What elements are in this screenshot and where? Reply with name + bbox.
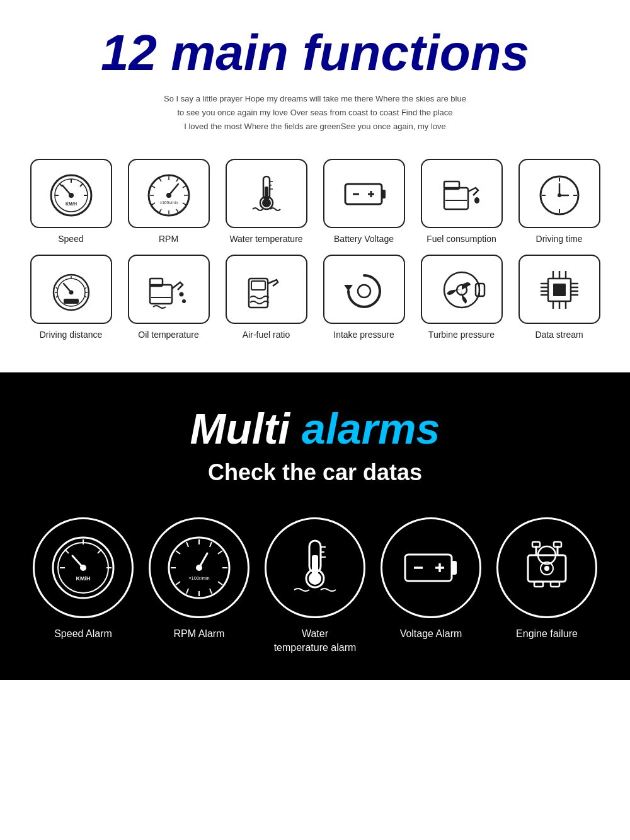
icon-item-driving-time: Driving time xyxy=(513,159,605,245)
icon-item-water-temp: Water temperature xyxy=(220,159,312,245)
svg-rect-125 xyxy=(452,561,457,575)
alarm-circle-water xyxy=(265,517,365,618)
svg-point-61 xyxy=(69,290,73,294)
svg-rect-62 xyxy=(150,285,172,304)
svg-rect-76 xyxy=(553,284,566,296)
speed-alarm-label: Speed Alarm xyxy=(54,627,112,641)
intake-icon xyxy=(339,266,389,313)
svg-line-12 xyxy=(176,178,178,181)
icon-box-rpm: ×100r/min xyxy=(128,159,210,228)
alarm-item-rpm: ×100r/min RPM Alarm xyxy=(149,517,249,641)
svg-line-112 xyxy=(176,551,180,554)
svg-point-49 xyxy=(558,193,561,197)
svg-line-96 xyxy=(65,549,69,553)
svg-line-110 xyxy=(176,582,180,585)
svg-rect-59 xyxy=(64,299,79,304)
icon-item-speed: KM/H Speed xyxy=(25,159,117,245)
bottom-section: Multi alarms Check the car datas xyxy=(0,372,630,681)
svg-line-109 xyxy=(186,589,188,594)
svg-line-18 xyxy=(159,209,161,212)
icon-item-data-stream: Data stream xyxy=(513,255,605,340)
rpm-label: RPM xyxy=(159,233,178,245)
water-alarm-label: Watertemperature alarm xyxy=(274,627,357,655)
svg-line-113 xyxy=(186,542,188,547)
svg-point-138 xyxy=(544,566,549,571)
icon-box-turbine xyxy=(421,255,503,324)
svg-line-21 xyxy=(152,186,155,188)
icon-item-turbine: Turbine pressure xyxy=(416,255,507,340)
air-fuel-label: Air-fuel ratio xyxy=(243,329,290,340)
icon-box-intake xyxy=(323,255,405,324)
svg-marker-69 xyxy=(344,285,353,291)
icon-box-oil-temp xyxy=(128,255,210,324)
water-temp-icon xyxy=(241,170,292,217)
turbine-label: Turbine pressure xyxy=(428,329,495,340)
alarm-item-voltage: Voltage Alarm xyxy=(381,517,481,641)
turbine-icon xyxy=(437,266,487,313)
svg-rect-34 xyxy=(382,190,386,198)
speed-label: Speed xyxy=(58,233,83,245)
fuel-icon xyxy=(437,170,487,217)
rpm-alarm-label: RPM Alarm xyxy=(174,627,225,641)
alarm-circle-engine xyxy=(496,517,597,618)
icon-item-fuel: Fuel consumption xyxy=(416,159,507,245)
fuel-label: Fuel consumption xyxy=(427,233,496,245)
alarm-circle-speed: KM/H xyxy=(33,517,134,618)
svg-rect-68 xyxy=(251,281,265,290)
svg-rect-38 xyxy=(444,188,468,209)
alarm-item-speed: KM/H Speed Alarm xyxy=(33,517,134,641)
alarm-circle-rpm: ×100r/min xyxy=(149,517,249,618)
rpm-icon: ×100r/min xyxy=(144,170,194,217)
svg-point-29 xyxy=(262,198,271,207)
driving-dist-icon xyxy=(46,266,96,313)
svg-point-24 xyxy=(166,193,171,198)
battery-icon xyxy=(339,170,389,217)
svg-rect-33 xyxy=(345,184,382,204)
svg-text:KM/H: KM/H xyxy=(76,575,91,582)
alarm-grid: KM/H Speed Alarm xyxy=(19,517,611,655)
svg-rect-136 xyxy=(551,582,559,587)
svg-line-103 xyxy=(210,542,212,547)
svg-line-13 xyxy=(183,186,186,188)
alarm-circle-voltage xyxy=(381,517,481,618)
icon-grid: KM/H Speed xyxy=(19,152,611,347)
svg-line-107 xyxy=(210,589,212,594)
oil-temp-icon xyxy=(144,266,194,313)
svg-line-15 xyxy=(183,203,186,205)
top-section: 12 main functions So I say a little pray… xyxy=(0,0,630,366)
svg-text:KM/H: KM/H xyxy=(66,202,77,206)
check-subtitle: Check the car datas xyxy=(19,459,611,486)
driving-time-label: Driving time xyxy=(536,233,583,245)
water-temp-label: Water temperature xyxy=(229,233,302,245)
icon-box-speed: KM/H xyxy=(30,159,112,228)
icon-item-oil-temp: Oil temperature xyxy=(123,255,214,340)
svg-rect-124 xyxy=(405,555,452,581)
alarm-item-water: Watertemperature alarm xyxy=(265,517,365,655)
svg-rect-134 xyxy=(554,542,561,547)
driving-dist-label: Driving distance xyxy=(40,329,103,340)
voltage-alarm-icon xyxy=(396,533,466,602)
multi-white-text: Multi xyxy=(190,405,302,452)
driving-time-icon xyxy=(534,170,585,217)
icon-box-water-temp xyxy=(226,159,307,228)
air-fuel-icon xyxy=(241,266,292,313)
svg-text:×100r/min: ×100r/min xyxy=(188,575,210,581)
icon-item-battery: Battery Voltage xyxy=(318,159,410,245)
voltage-alarm-label: Voltage Alarm xyxy=(400,627,462,641)
svg-point-65 xyxy=(182,299,186,303)
svg-text:×100r/min: ×100r/min xyxy=(159,200,178,205)
svg-point-99 xyxy=(80,565,86,571)
data-stream-label: Data stream xyxy=(535,329,583,340)
svg-rect-135 xyxy=(534,582,543,587)
battery-label: Battery Voltage xyxy=(334,233,394,245)
oil-temp-label: Oil temperature xyxy=(138,329,198,340)
svg-line-16 xyxy=(176,209,178,212)
speed-icon: KM/H xyxy=(46,170,96,217)
icon-item-intake: Intake pressure xyxy=(318,255,410,340)
icon-box-data-stream xyxy=(518,255,600,324)
svg-line-104 xyxy=(218,551,222,554)
svg-point-64 xyxy=(179,292,183,296)
data-stream-icon xyxy=(534,266,585,313)
icon-box-battery xyxy=(323,159,405,228)
svg-line-106 xyxy=(218,582,222,585)
